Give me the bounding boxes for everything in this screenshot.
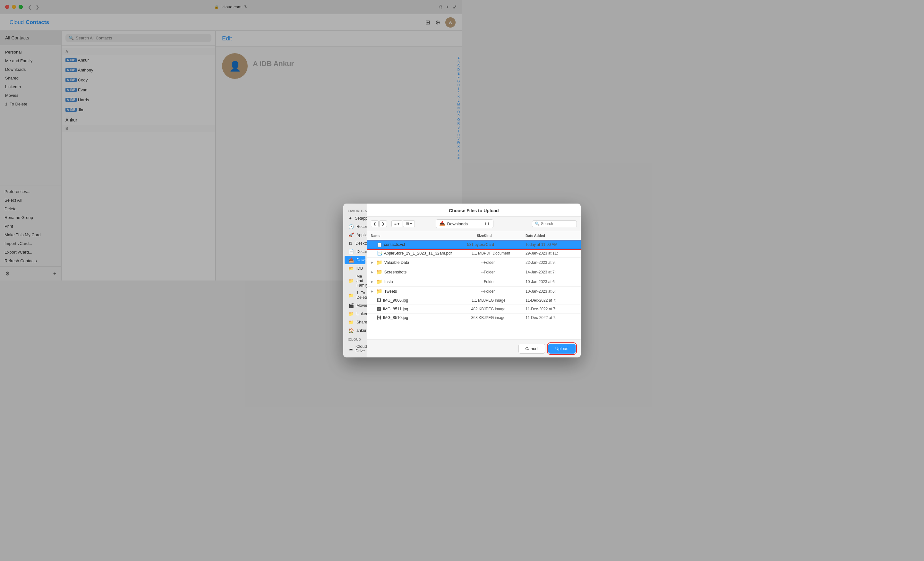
file-dialog-toolbar: ❮ ❯ ≡ ▾ ⊞ ▾ 📥 Downloads ⬆⬇ 🔍 — [367, 217, 462, 231]
file-size: 1.1 MB — [452, 251, 462, 256]
file-dialog-title: Choose Files to Upload — [367, 203, 462, 217]
folder-icon: 📁 — [376, 269, 382, 275]
file-row[interactable]: ▶ 📁 Insta -- Folder 10-Jan-2023 at 6: — [367, 277, 462, 280]
expand-arrow: ▶ — [371, 280, 374, 280]
expand-arrow: ▶ — [371, 270, 374, 274]
file-name: AppleStore_29_1_2023_11_32am.pdf — [384, 251, 452, 256]
file-name: Valuable Data — [384, 260, 410, 265]
folder-icon: 📁 — [376, 278, 382, 280]
file-size: -- — [452, 260, 462, 265]
toolbar-nav: ❮ ❯ — [371, 220, 387, 227]
file-table: Name Size Kind Date Added 📋 contacts.vcf… — [367, 231, 462, 280]
finder-item-icon: 📥 — [348, 257, 354, 263]
finder-sidebar-item[interactable]: 🚀 Applications — [345, 231, 365, 239]
finder-sidebar-item[interactable]: 🕐 Recents — [345, 223, 365, 231]
finder-sidebar-item[interactable]: 📄 Documents — [345, 247, 365, 256]
file-row[interactable]: 📑 AppleStore_29_1_2023_11_32am.pdf 1.1 M… — [367, 249, 462, 258]
file-row[interactable]: 📋 contacts.vcf 531 bytes vCard Today at … — [367, 241, 462, 249]
finder-sidebar-item[interactable]: 📁 Me and Family — [345, 272, 365, 280]
finder-item-icon: 📄 — [348, 249, 354, 254]
file-row[interactable]: ▶ 📁 Screenshots -- Folder 14-Jan-2023 at… — [367, 267, 462, 277]
file-name: contacts.vcf — [384, 242, 405, 247]
finder-item-icon: 🚀 — [348, 232, 354, 238]
grid-view-button[interactable]: ⊞ ▾ — [403, 220, 415, 227]
expand-arrow: ▶ — [371, 260, 374, 264]
current-folder: Downloads — [447, 221, 462, 226]
finder-sidebar: Favorites✦ Setapp🕐 Recents🚀 Applications… — [343, 203, 367, 280]
finder-item-icon: 📁 — [348, 278, 354, 280]
dialog-overlay: Favorites✦ Setapp🕐 Recents🚀 Applications… — [0, 0, 462, 280]
file-name-cell: 📑 AppleStore_29_1_2023_11_32am.pdf — [371, 251, 452, 256]
file-dialog-main: Choose Files to Upload ❮ ❯ ≡ ▾ ⊞ ▾ 📥 Dow… — [367, 203, 462, 280]
finder-item-label: Applications — [357, 233, 367, 237]
finder-sidebar-item[interactable]: 🖥 Desktop — [345, 239, 365, 247]
folder-selector-inner: 📥 Downloads — [439, 221, 462, 227]
forward-nav-button[interactable]: ❯ — [379, 220, 387, 227]
finder-section-favorites: Favorites — [343, 206, 367, 214]
file-size: -- — [452, 270, 462, 274]
finder-item-label: Setapp — [355, 216, 367, 221]
finder-item-icon: 📂 — [348, 266, 354, 271]
finder-sidebar-item[interactable]: ✦ Setapp — [345, 214, 365, 223]
pdf-icon: 📑 — [376, 251, 382, 256]
file-name: Insta — [384, 280, 393, 281]
file-name-cell: ▶ 📁 Screenshots — [371, 269, 452, 275]
vcf-icon: 📋 — [376, 242, 382, 247]
file-size: -- — [452, 280, 462, 281]
file-name-cell: ▶ 📁 Valuable Data — [371, 259, 452, 265]
list-view-button[interactable]: ≡ ▾ — [392, 220, 402, 227]
file-name-cell: 📋 contacts.vcf — [371, 242, 452, 247]
folder-icon: 📥 — [439, 221, 446, 227]
finder-item-icon: 🖥 — [348, 241, 353, 246]
file-row[interactable]: ▶ 📁 Valuable Data -- Folder 22-Jan-2023 … — [367, 258, 462, 267]
file-dialog: Favorites✦ Setapp🕐 Recents🚀 Applications… — [343, 203, 462, 280]
finder-item-label: Desktop — [356, 241, 367, 245]
file-size: 531 bytes — [452, 242, 462, 247]
col-size: Size — [452, 232, 462, 239]
file-name-cell: ▶ 📁 Insta — [371, 278, 452, 280]
finder-item-label: iDB — [357, 266, 363, 271]
folder-selector[interactable]: 📥 Downloads ⬆⬇ — [436, 219, 462, 228]
finder-sidebar-item[interactable]: 📂 iDB — [345, 264, 365, 272]
finder-item-icon: ✦ — [348, 216, 352, 221]
finder-sidebar-item[interactable]: 📥 Downloads — [345, 256, 365, 264]
view-toggle: ≡ ▾ ⊞ ▾ — [392, 220, 415, 227]
folder-icon: 📁 — [376, 259, 382, 265]
file-table-header: Name Size Kind Date Added — [367, 231, 462, 241]
finder-item-label: Recents — [357, 224, 367, 229]
finder-item-icon: 🕐 — [348, 224, 354, 229]
finder-item-label: Documents — [357, 250, 367, 254]
finder-item-label: Downloads — [357, 258, 367, 262]
file-rows: 📋 contacts.vcf 531 bytes vCard Today at … — [367, 241, 462, 280]
col-name: Name — [371, 232, 452, 239]
file-name: Screenshots — [384, 270, 406, 274]
finder-item-label: Me and Family — [357, 274, 367, 280]
back-nav-button[interactable]: ❮ — [371, 220, 379, 227]
